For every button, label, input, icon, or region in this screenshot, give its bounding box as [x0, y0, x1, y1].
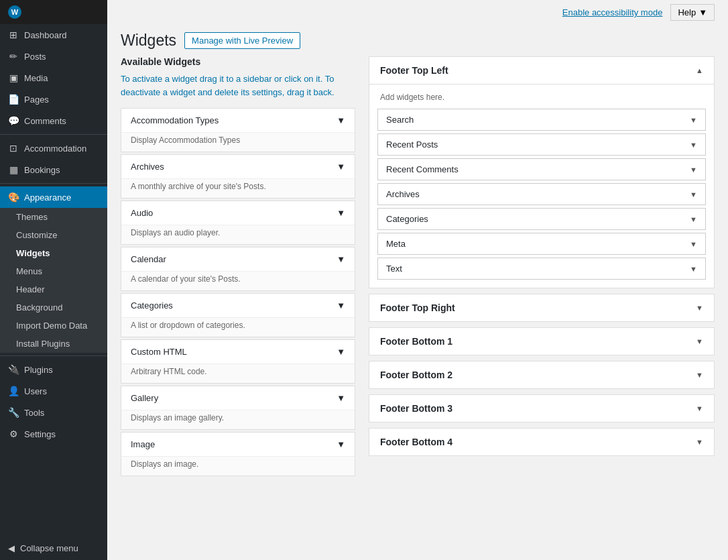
sidebar-sub-menus[interactable]: Menus: [0, 262, 107, 280]
page-title: Widgets: [121, 32, 176, 50]
content-area: Available Widgets To activate a widget d…: [107, 56, 728, 492]
widget-name: Search: [386, 115, 414, 125]
expand-icon: ▼: [337, 439, 345, 449]
help-button[interactable]: Help ▼: [670, 4, 715, 21]
expand-icon: ▼: [337, 254, 345, 264]
collapse-menu-button[interactable]: ◀ Collapse menu: [0, 537, 107, 560]
sidebar-item-label: Appearance: [24, 192, 71, 203]
media-icon: ▣: [8, 72, 19, 83]
sidebar-item-label: Users: [24, 386, 47, 396]
widget-name: Archives: [131, 162, 164, 172]
sidebar-item-pages[interactable]: 📄 Pages: [0, 89, 107, 110]
sidebar-sub-background[interactable]: Background: [0, 298, 107, 317]
widget-categories[interactable]: Categories ▼ A list or dropdown of categ…: [121, 293, 355, 337]
chevron-down-icon: ▼: [696, 404, 703, 412]
dropdown-icon: ▼: [690, 116, 697, 124]
sidebar-sub-import-demo[interactable]: Import Demo Data: [0, 317, 107, 335]
footer-bottom-1-header[interactable]: Footer Bottom 1 ▼: [369, 328, 714, 355]
widget-gallery[interactable]: Gallery ▼ Displays an image gallery.: [121, 386, 355, 430]
widget-accommodation-types-header[interactable]: Accommodation Types ▼: [121, 109, 355, 132]
page-header: Widgets Manage with Live Preview: [107, 25, 728, 56]
dropdown-icon: ▼: [690, 240, 697, 248]
widget-name: Categories: [386, 214, 428, 224]
widget-categories-header[interactable]: Categories ▼: [121, 294, 355, 317]
sidebar-item-posts[interactable]: ✏ Posts: [0, 46, 107, 67]
footer-bottom-1-area: Footer Bottom 1 ▼: [369, 327, 715, 355]
footer-bottom-2-area: Footer Bottom 2 ▼: [369, 361, 715, 389]
sidebar-item-accommodation[interactable]: ⊡ Accommodation: [0, 137, 107, 159]
available-widgets-panel: Available Widgets To activate a widget d…: [121, 56, 355, 478]
widget-gallery-header[interactable]: Gallery ▼: [121, 386, 355, 410]
widget-name: Gallery: [131, 393, 158, 403]
footer-top-left-header[interactable]: Footer Top Left ▲: [369, 57, 714, 84]
widget-image[interactable]: Image ▼ Displays an image.: [121, 432, 355, 476]
sidebar-sub-customize[interactable]: Customize: [0, 226, 107, 244]
widget-name: Text: [386, 264, 402, 274]
posts-icon: ✏: [8, 51, 19, 62]
widget-calendar[interactable]: Calendar ▼ A calendar of your site's Pos…: [121, 247, 355, 291]
manage-preview-button[interactable]: Manage with Live Preview: [184, 32, 300, 49]
widget-archives[interactable]: Archives ▼ A monthly archive of your sit…: [121, 154, 355, 199]
expand-icon: ▼: [337, 300, 345, 311]
sidebar-item-settings[interactable]: ⚙ Settings: [0, 423, 107, 445]
widget-name: Audio: [131, 208, 153, 218]
footer-top-left-area: Footer Top Left ▲ Add widgets here. Sear…: [369, 56, 715, 288]
sidebar-item-comments[interactable]: 💬 Comments: [0, 110, 107, 131]
widget-name: Calendar: [131, 254, 166, 264]
footer-bottom-2-header[interactable]: Footer Bottom 2 ▼: [369, 361, 714, 388]
footer-top-left-title: Footer Top Left: [380, 65, 448, 76]
accessibility-mode-link[interactable]: Enable accessibility mode: [562, 7, 663, 17]
sidebar-item-label: Media: [24, 73, 48, 83]
widget-name: Categories: [131, 300, 173, 311]
footer-top-left-content: Add widgets here. Search ▼ Recent Posts …: [369, 84, 714, 288]
widget-name: Recent Comments: [386, 164, 459, 174]
footer-widget-recent-posts[interactable]: Recent Posts ▼: [377, 133, 706, 156]
chevron-down-icon: ▼: [696, 304, 703, 312]
widget-calendar-header[interactable]: Calendar ▼: [121, 247, 355, 271]
sidebar-sub-install-plugins[interactable]: Install Plugins: [0, 335, 107, 353]
widget-accommodation-types[interactable]: Accommodation Types ▼ Display Accommodat…: [121, 108, 355, 152]
sidebar-sub-themes[interactable]: Themes: [0, 208, 107, 226]
footer-bottom-4-header[interactable]: Footer Bottom 4 ▼: [369, 429, 714, 455]
sidebar-item-plugins[interactable]: 🔌 Plugins: [0, 359, 107, 380]
sidebar-item-media[interactable]: ▣ Media: [0, 67, 107, 89]
sidebar-item-users[interactable]: 👤 Users: [0, 380, 107, 402]
footer-widget-categories[interactable]: Categories ▼: [377, 208, 706, 230]
chevron-down-icon: ▼: [696, 337, 703, 345]
tools-icon: 🔧: [8, 407, 19, 418]
footer-widget-archives[interactable]: Archives ▼: [377, 183, 706, 205]
footer-widget-meta[interactable]: Meta ▼: [377, 233, 706, 255]
footer-widget-text[interactable]: Text ▼: [377, 258, 706, 280]
help-label: Help: [678, 7, 696, 17]
widget-custom-html[interactable]: Custom HTML ▼ Arbitrary HTML code.: [121, 339, 355, 384]
widget-archives-header[interactable]: Archives ▼: [121, 155, 355, 178]
widget-custom-html-header[interactable]: Custom HTML ▼: [121, 340, 355, 363]
footer-top-right-header[interactable]: Footer Top Right ▼: [369, 294, 714, 321]
widget-audio[interactable]: Audio ▼ Displays an audio player.: [121, 201, 355, 245]
widget-audio-header[interactable]: Audio ▼: [121, 201, 355, 225]
sidebar-item-appearance[interactable]: 🎨 Appearance: [0, 186, 107, 208]
widget-name: Accommodation Types: [131, 115, 219, 125]
sidebar-sub-widgets[interactable]: Widgets: [0, 244, 107, 262]
sidebars-panel: Footer Top Left ▲ Add widgets here. Sear…: [369, 56, 715, 478]
footer-widget-search[interactable]: Search ▼: [377, 109, 706, 131]
add-widgets-text: Add widgets here.: [377, 90, 706, 109]
sidebar-sub-header[interactable]: Header: [0, 280, 107, 298]
sidebar-item-tools[interactable]: 🔧 Tools: [0, 402, 107, 423]
widget-image-header[interactable]: Image ▼: [121, 433, 355, 456]
dropdown-icon: ▼: [690, 265, 697, 273]
expand-icon: ▼: [337, 115, 345, 125]
sidebar-separator-2: [0, 183, 107, 184]
widget-desc: A list or dropdown of categories.: [121, 317, 355, 337]
sidebar-item-label: Posts: [24, 52, 46, 62]
sidebar-item-bookings[interactable]: ▦ Bookings: [0, 159, 107, 180]
footer-bottom-3-header[interactable]: Footer Bottom 3 ▼: [369, 395, 714, 422]
footer-bottom-3-area: Footer Bottom 3 ▼: [369, 394, 715, 423]
widget-name: Archives: [386, 189, 420, 199]
footer-widget-recent-comments[interactable]: Recent Comments ▼: [377, 158, 706, 180]
sidebar-item-dashboard[interactable]: ⊞ Dashboard: [0, 24, 107, 46]
chevron-down-icon: ▼: [696, 438, 703, 446]
dashboard-icon: ⊞: [8, 30, 19, 40]
plugins-icon: 🔌: [8, 364, 19, 375]
sidebar-item-label: Comments: [24, 116, 66, 126]
